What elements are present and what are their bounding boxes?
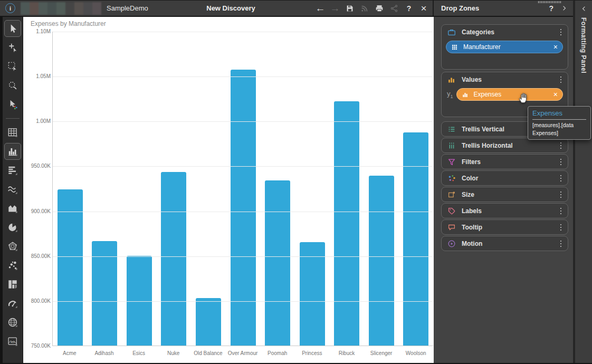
remove-field-button[interactable]: ×	[553, 43, 558, 51]
bar-chart-viz-button[interactable]	[4, 143, 21, 160]
remove-field-button[interactable]: ×	[553, 91, 558, 98]
print-button[interactable]	[374, 3, 385, 14]
grid-icon	[451, 43, 459, 51]
pie-chart-viz-button[interactable]	[4, 219, 21, 236]
bar-slot	[53, 32, 88, 346]
radar-chart-viz-button[interactable]	[4, 238, 21, 255]
data-select-tool-icon	[7, 99, 18, 110]
marquee-select-tool-button[interactable]	[4, 58, 21, 75]
size-menu-button[interactable]	[557, 189, 565, 200]
drop-zones-help-button[interactable]: ?	[549, 4, 553, 13]
bar-slot	[88, 32, 122, 346]
pointer-tool-button[interactable]	[4, 20, 21, 37]
map-viz-button[interactable]	[4, 314, 21, 331]
redacted-block	[47, 2, 56, 15]
close-button[interactable]: ×	[418, 3, 429, 14]
data-grid-viz-button[interactable]	[4, 124, 21, 141]
drop-zone-label: Filters	[462, 158, 557, 166]
tag-icon	[447, 206, 456, 216]
x-axis-label: Nuke	[156, 350, 191, 356]
trellis-horizontal-menu-button[interactable]	[557, 140, 565, 151]
y-tick-label: 900.00K	[25, 208, 51, 214]
y-tick-label: 950.00K	[25, 163, 51, 169]
toolbar-divider	[6, 118, 20, 119]
redacted-block	[92, 2, 101, 15]
color-menu-button[interactable]	[557, 173, 565, 184]
redacted-logo	[21, 2, 101, 15]
share-icon	[389, 4, 399, 13]
drop-zone-label: Size	[462, 191, 557, 198]
speech-bubble-icon	[447, 223, 456, 232]
y-tick-label: 800.00K	[25, 298, 51, 304]
color-dots-icon	[447, 174, 456, 183]
trellis-horizontal-icon	[447, 141, 456, 150]
briefcase-icon	[447, 27, 456, 37]
value-bars-icon	[447, 75, 456, 84]
scatter-plot-viz-icon	[7, 260, 18, 271]
custom-viz-icon: <>	[7, 336, 18, 347]
treemap-viz-button[interactable]	[4, 276, 21, 293]
filters-menu-button[interactable]	[557, 157, 565, 167]
drop-zone-motion: Motion	[441, 236, 568, 251]
drop-zone-label: Labels	[462, 207, 557, 215]
chevron-right-icon[interactable]	[561, 5, 568, 12]
labels-menu-button[interactable]	[557, 206, 565, 216]
chevron-left-icon[interactable]	[580, 5, 587, 12]
drop-zone-label: Trellis Horizontal	[462, 142, 557, 149]
motion-menu-button[interactable]	[557, 238, 565, 249]
radar-chart-viz-icon	[7, 241, 18, 252]
redacted-block	[39, 2, 47, 15]
formatting-panel-label: Formatting Panel	[580, 17, 587, 73]
values-menu-button[interactable]	[557, 74, 565, 85]
redacted-block	[74, 2, 83, 15]
info-icon[interactable]: i	[5, 3, 15, 13]
share-button[interactable]	[389, 3, 399, 14]
bar[interactable]	[231, 70, 256, 346]
redacted-block	[21, 2, 30, 15]
tooltip-menu-button[interactable]	[557, 222, 565, 233]
categories-menu-button[interactable]	[557, 27, 565, 37]
scatter-plot-viz-button[interactable]	[4, 257, 21, 274]
bar[interactable]	[300, 242, 325, 346]
zoom-select-tool-button[interactable]	[4, 77, 21, 94]
floppy-icon	[345, 4, 355, 13]
funnel-icon	[447, 157, 456, 167]
bar[interactable]	[369, 176, 394, 346]
drop-zone-categories: CategoriesManufacturer×	[441, 24, 568, 70]
help-button[interactable]: ?	[404, 3, 414, 14]
formatting-panel-strip[interactable]: Formatting Panel	[573, 0, 592, 363]
topbar-actions: ←→?×	[315, 1, 429, 16]
publish-button[interactable]	[359, 3, 370, 14]
drop-zone-label: Color	[462, 175, 557, 182]
back-button[interactable]: ←	[315, 3, 326, 14]
bar[interactable]	[196, 298, 221, 346]
custom-viz-button[interactable]: <>	[4, 333, 21, 350]
bar[interactable]	[265, 180, 290, 346]
drop-zone-label: Categories	[462, 28, 557, 36]
drop-zone-tooltip: Tooltip	[441, 219, 568, 235]
x-axis-label: Princess	[294, 350, 329, 356]
bar[interactable]	[58, 189, 83, 346]
point-select-tool-button[interactable]	[4, 39, 21, 56]
save-button[interactable]	[345, 3, 355, 14]
bar[interactable]	[403, 132, 428, 346]
gauge-viz-button[interactable]	[4, 295, 21, 312]
x-axis-label: Poomah	[260, 350, 295, 356]
panel-grip[interactable]	[538, 1, 561, 3]
forward-button[interactable]: →	[330, 3, 340, 14]
x-axis-label: Woolson	[398, 350, 433, 356]
bar[interactable]	[161, 172, 186, 346]
data-select-tool-button[interactable]	[4, 96, 21, 113]
line-chart-viz-icon	[7, 184, 18, 195]
plot-area	[52, 32, 433, 346]
bar[interactable]	[334, 101, 359, 346]
field-tooltip-title: Expenses	[532, 109, 586, 117]
area-chart-viz-button[interactable]	[4, 200, 21, 217]
y-tick-label: 1.00M	[25, 118, 51, 124]
line-chart-viz-button[interactable]	[4, 181, 21, 198]
pointer-tool-icon	[7, 23, 18, 34]
bar-horizontal-viz-button[interactable]	[4, 162, 21, 179]
field-chip-expenses[interactable]: Expenses×	[456, 88, 563, 101]
field-chip-manufacturer[interactable]: Manufacturer×	[446, 41, 563, 53]
x-axis-label: Acme	[52, 350, 87, 356]
